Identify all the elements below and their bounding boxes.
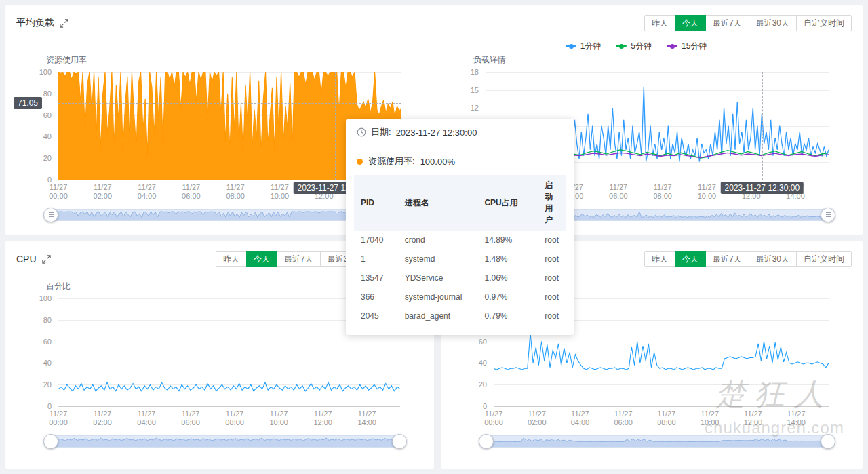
time-range-today[interactable]: 今天 bbox=[246, 251, 277, 267]
process-row: 1systemd1.48%root bbox=[354, 250, 566, 269]
x-tick-label: 11/2706:00 bbox=[182, 183, 201, 201]
series-dot-icon bbox=[357, 159, 363, 165]
data-zoom-slider[interactable] bbox=[50, 435, 400, 448]
y-tick-label: 100 bbox=[39, 294, 52, 302]
x-tick-label: 11/2706:00 bbox=[609, 183, 628, 201]
process-cell: root bbox=[538, 250, 566, 269]
process-cell: 1 bbox=[354, 250, 398, 269]
x-tick-label: 11/2704:00 bbox=[137, 410, 156, 427]
y-tick-label: 80 bbox=[43, 316, 52, 324]
process-cell: systemd-journal bbox=[398, 288, 478, 307]
x-tick-label: 11/2708:00 bbox=[226, 183, 245, 201]
y-tick-label: 12 bbox=[471, 104, 479, 112]
x-tick-label: 11/2712:00 bbox=[313, 410, 332, 427]
x-tick-label: 11/2702:00 bbox=[94, 183, 113, 201]
process-cell: 17040 bbox=[354, 231, 398, 250]
x-tick-label: 11/2704:00 bbox=[571, 410, 590, 427]
process-table: PID进程名CPU占用启动用户 17040crond14.89%root1sys… bbox=[354, 175, 566, 325]
chart-tooltip: 日期: 2023-11-27 12:30:00 资源使用率: 100.00% P… bbox=[346, 119, 574, 335]
time-range-7days[interactable]: 最近7天 bbox=[277, 251, 321, 267]
fullscreen-icon[interactable] bbox=[42, 255, 51, 264]
process-cell: systemd bbox=[398, 250, 478, 269]
time-range-30days[interactable]: 最近30天 bbox=[749, 251, 797, 267]
time-range-group: 昨天 今天 最近7天 最近30天 自定义时间 bbox=[644, 15, 852, 31]
process-cell: 366 bbox=[354, 288, 398, 307]
x-tick-label: 11/2708:00 bbox=[225, 410, 244, 427]
data-zoom-track[interactable] bbox=[486, 435, 829, 448]
process-cell: 13547 bbox=[354, 269, 398, 288]
legend-marker bbox=[616, 45, 627, 47]
process-cell: root bbox=[538, 269, 566, 288]
legend-item-1min[interactable]: 1分钟 bbox=[566, 41, 601, 52]
x-tick-label: 11/2714:00 bbox=[787, 410, 806, 427]
data-zoom-slider[interactable] bbox=[486, 435, 829, 448]
x-tick-label: 11/2706:00 bbox=[181, 410, 200, 427]
process-cell: root bbox=[538, 231, 566, 250]
time-range-7days[interactable]: 最近7天 bbox=[705, 15, 749, 31]
process-col-header: 进程名 bbox=[398, 175, 478, 231]
x-tick-label: 11/2706:00 bbox=[614, 410, 633, 427]
process-cell: root bbox=[538, 288, 566, 307]
time-range-group: 昨天 今天 最近7天 最近30天 自定义时间 bbox=[644, 251, 852, 267]
clock-icon bbox=[357, 127, 366, 137]
legend-item-15min[interactable]: 15分钟 bbox=[667, 41, 707, 52]
x-tick-label: 11/2700:00 bbox=[49, 410, 68, 427]
crosshair-vertical bbox=[335, 72, 336, 180]
legend-item-5min[interactable]: 5分钟 bbox=[616, 41, 652, 52]
time-range-custom[interactable]: 自定义时间 bbox=[796, 251, 852, 267]
y-tick-label: 20 bbox=[43, 380, 52, 389]
x-tick-label: 11/2702:00 bbox=[93, 410, 112, 427]
y-tick-label: 100 bbox=[39, 68, 52, 76]
process-cell: 14.89% bbox=[477, 231, 538, 250]
tooltip-usage-value: 100.00% bbox=[420, 157, 455, 167]
slider-handle-right[interactable] bbox=[392, 434, 407, 449]
x-tick-label: 11/2710:00 bbox=[698, 183, 717, 201]
time-range-today[interactable]: 今天 bbox=[675, 251, 706, 267]
slider-handle-left[interactable] bbox=[43, 434, 58, 449]
slider-handle-left[interactable] bbox=[479, 434, 494, 449]
process-cell: crond bbox=[398, 231, 478, 250]
process-row: 13547YDService1.06%root bbox=[354, 269, 566, 288]
tooltip-date-value: 2023-11-27 12:30:00 bbox=[396, 127, 477, 138]
fullscreen-icon[interactable] bbox=[60, 19, 68, 28]
x-tick-label: 11/2704:00 bbox=[138, 183, 157, 201]
process-table-body: 17040crond14.89%root1systemd1.48%root135… bbox=[354, 231, 566, 325]
process-cell: 2045 bbox=[354, 307, 398, 325]
y-tick-label: 40 bbox=[479, 359, 487, 367]
process-cell: 0.79% bbox=[477, 307, 538, 325]
x-tick-label: 11/2700:00 bbox=[49, 183, 68, 201]
process-cell: 0.97% bbox=[477, 288, 538, 307]
y-tick-label: 80 bbox=[43, 90, 52, 98]
x-tick-label: 11/2702:00 bbox=[528, 410, 547, 427]
process-row: 2045barad_agent0.79%root bbox=[354, 307, 566, 325]
time-range-30days[interactable]: 最近30天 bbox=[749, 15, 797, 31]
y-tick-label: 15 bbox=[471, 86, 479, 94]
slider-handle-right[interactable] bbox=[821, 434, 835, 449]
x-tick-label: 11/2708:00 bbox=[653, 183, 672, 201]
y-tick-label: 60 bbox=[479, 338, 487, 346]
time-range-yesterday[interactable]: 昨天 bbox=[644, 251, 675, 267]
time-range-today[interactable]: 今天 bbox=[675, 15, 706, 31]
y-tick-label: 18 bbox=[471, 68, 479, 76]
time-range-yesterday[interactable]: 昨天 bbox=[644, 15, 675, 31]
x-tick-label: 11/2712:00 bbox=[744, 410, 763, 427]
slider-handle-right[interactable] bbox=[821, 208, 835, 222]
chart-subtitle: 资源使用率 bbox=[46, 54, 401, 66]
y-tick-label: 20 bbox=[43, 154, 52, 162]
data-zoom-preview bbox=[486, 436, 828, 447]
process-table-header: PID进程名CPU占用启动用户 bbox=[354, 175, 566, 231]
y-axis: 020406080100 bbox=[16, 298, 58, 407]
process-cell: barad_agent bbox=[398, 307, 478, 325]
process-cell: 1.06% bbox=[477, 269, 538, 288]
legend-marker bbox=[667, 45, 677, 47]
legend-marker bbox=[566, 45, 576, 47]
slider-handle-left[interactable] bbox=[43, 208, 58, 222]
process-col-header: CPU占用 bbox=[477, 175, 538, 231]
tooltip-usage-row: 资源使用率: 100.00% bbox=[346, 146, 574, 175]
x-axis: 11/2700:0011/2702:0011/2704:0011/2706:00… bbox=[58, 407, 400, 427]
data-zoom-track[interactable] bbox=[50, 435, 400, 448]
time-range-7days[interactable]: 最近7天 bbox=[705, 251, 749, 267]
time-range-yesterday[interactable]: 昨天 bbox=[216, 251, 247, 267]
time-range-custom[interactable]: 自定义时间 bbox=[796, 15, 852, 31]
y-tick-label: 60 bbox=[43, 338, 52, 346]
